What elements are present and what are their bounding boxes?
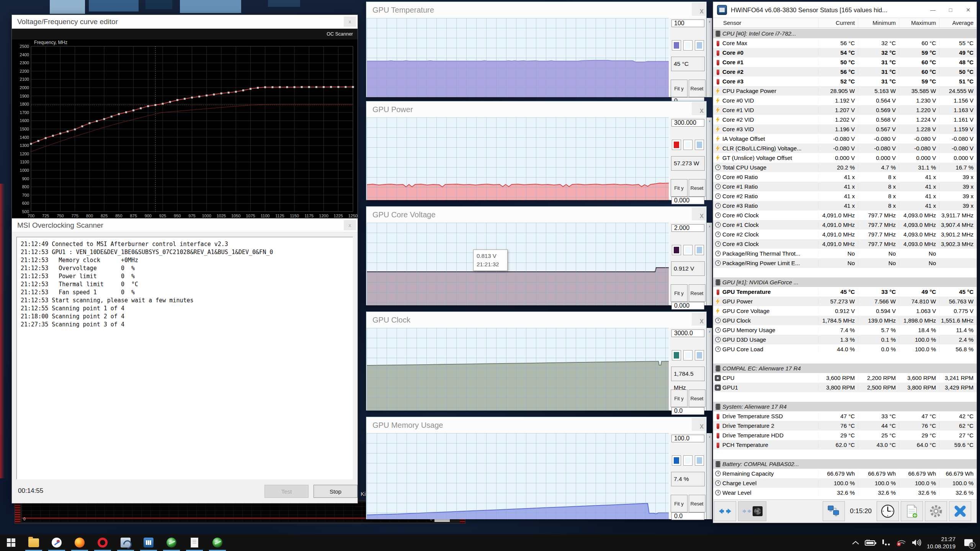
close-icon[interactable]: x: [692, 418, 706, 431]
fit-y-button[interactable]: Fit y: [671, 390, 688, 407]
panel-min-input[interactable]: [671, 302, 704, 310]
column-header-sensor[interactable]: Sensor: [713, 18, 818, 28]
sensor-row[interactable]: GPU Power57.273 W7.566 W74.810 W56.763 W: [713, 297, 977, 306]
close-icon[interactable]: x: [692, 207, 706, 220]
reset-button[interactable]: Reset: [689, 80, 706, 97]
sensor-row[interactable]: GPU Clock1,784.5 MHz139.0 MHz1,898.0 MHz…: [713, 316, 977, 325]
wifi-disabled-icon[interactable]: [896, 539, 906, 546]
series-color-swatch[interactable]: [672, 40, 681, 51]
sensor-row[interactable]: Charge Level100.0 %100.0 %100.0 %100.0 %: [713, 478, 977, 488]
sensor-row[interactable]: GPU Core Voltage0.912 V0.594 V1.063 V0.7…: [713, 306, 977, 316]
background-color-swatch[interactable]: [683, 40, 693, 51]
battery-icon[interactable]: [865, 539, 876, 546]
reset-button[interactable]: Reset: [689, 179, 706, 197]
panel-collapse-strip[interactable]: ›: [707, 433, 712, 519]
series-color-swatch[interactable]: [672, 245, 681, 255]
sensor-row[interactable]: Core #256 °C31 °C60 °C50 °C: [713, 67, 977, 77]
taskbar-app-opera[interactable]: [91, 534, 114, 551]
report-log-button[interactable]: [901, 501, 923, 521]
sensor-row[interactable]: Drive Temperature SSD47 °C33 °C47 °C42 °…: [713, 411, 977, 421]
fit-y-button[interactable]: Fit y: [671, 495, 688, 512]
sensor-row[interactable]: GPU D3D Usage1.3 %0.1 %100.0 %2.4 %: [713, 335, 977, 344]
start-button[interactable]: [0, 534, 22, 551]
settings-gear-icon[interactable]: [925, 501, 947, 521]
grid-color-swatch[interactable]: [695, 140, 704, 150]
fit-y-button[interactable]: Fit y: [671, 179, 688, 197]
column-header-average[interactable]: Average: [939, 18, 977, 28]
sensor-row[interactable]: Package/Ring Power Limit E...NoNoNo: [713, 258, 977, 268]
close-icon[interactable]: ✕: [960, 2, 977, 18]
sensor-row[interactable]: IA Voltage Offset-0.080 V-0.080 V-0.080 …: [713, 134, 977, 143]
sensor-row[interactable]: Core #1 Ratio41 x8 x41 x39 x: [713, 182, 977, 191]
sensor-row[interactable]: Core #3 Clock4,091.0 MHz797.7 MHz4,093.0…: [713, 239, 977, 249]
grid-color-swatch[interactable]: [695, 245, 704, 255]
taskbar-app-file-explorer[interactable]: [22, 534, 45, 551]
sensor-row[interactable]: Total CPU Usage20.2 %4.7 %31.1 %16.7 %: [713, 163, 977, 172]
close-icon[interactable]: x: [344, 220, 356, 230]
collapse-columns-fan-button[interactable]: [738, 501, 766, 521]
panel-collapse-strip[interactable]: ›: [707, 117, 712, 200]
sensor-row[interactable]: CLR (CBo/LLC/Ring) Voltage...-0.080 V-0.…: [713, 143, 977, 153]
column-header-current[interactable]: Current: [818, 18, 858, 28]
reset-button[interactable]: Reset: [689, 390, 706, 407]
panel-min-input[interactable]: [671, 407, 704, 415]
panel-max-input[interactable]: [671, 224, 704, 232]
sensor-row[interactable]: Core #2 VID1.202 V0.568 V1.224 V1.161 V: [713, 115, 977, 124]
taskbar-app-notepad[interactable]: [183, 534, 206, 551]
reset-button[interactable]: Reset: [689, 495, 706, 512]
panel-collapse-strip[interactable]: ›: [707, 328, 712, 411]
vf-curve-chart[interactable]: 7007257507758008258508759009259509751000…: [12, 39, 358, 224]
sensor-row[interactable]: Drive Temperature HDD29 °C25 °C29 °C27 °…: [713, 430, 977, 440]
sensor-row[interactable]: Core #054 °C32 °C59 °C49 °C: [713, 48, 977, 57]
background-color-swatch[interactable]: [683, 140, 693, 150]
sensor-row[interactable]: Remaining Capacity66.679 Wh66.679 Wh66.6…: [713, 469, 977, 478]
background-color-swatch[interactable]: [683, 455, 693, 466]
sensor-row[interactable]: Core #1 VID1.207 V0.569 V1.220 V1.163 V: [713, 105, 977, 115]
sensor-group-header[interactable]: CPU [#0]: Intel Core i7-782...: [713, 29, 977, 38]
sensor-row[interactable]: Core #1 Clock4,091.0 MHz797.7 MHz4,093.0…: [713, 220, 977, 230]
panel-max-input[interactable]: [671, 119, 704, 127]
fit-y-button[interactable]: Fit y: [671, 80, 688, 97]
expand-columns-button[interactable]: [714, 501, 736, 521]
taskbar-app-green-app-2[interactable]: [206, 534, 229, 551]
taskbar-app-hwinfo[interactable]: [137, 534, 160, 551]
ethernet-alert-icon[interactable]: [882, 539, 891, 546]
sensor-group-header[interactable]: GPU [#1]: NVIDIA GeForce ...: [713, 277, 977, 287]
scanner-log[interactable]: 21:12:49 Connected to MSI Afterburner co…: [16, 237, 353, 479]
panel-collapse-strip[interactable]: ›: [707, 18, 712, 97]
series-color-swatch[interactable]: [672, 350, 681, 360]
sensor-row[interactable]: Package/Ring Thermal Throt...NoNoNo: [713, 249, 977, 258]
close-icon[interactable]: x: [692, 3, 706, 16]
fit-y-button[interactable]: Fit y: [671, 284, 688, 302]
minimize-icon[interactable]: —: [924, 2, 941, 18]
sensor-row[interactable]: Core #3 Ratio41 x8 x41 x39 x: [713, 201, 977, 210]
column-header-minimum[interactable]: Minimum: [858, 18, 899, 28]
sensor-row[interactable]: Core #0 Clock4,091.0 MHz797.7 MHz4,093.0…: [713, 210, 977, 220]
grid-color-swatch[interactable]: [695, 455, 704, 466]
sensor-row[interactable]: Core #352 °C31 °C59 °C51 °C: [713, 77, 977, 86]
remote-monitoring-button[interactable]: [823, 501, 845, 521]
stop-button[interactable]: Stop: [314, 485, 358, 498]
tray-chevron-up-icon[interactable]: [852, 540, 859, 545]
close-icon[interactable]: x: [692, 102, 706, 115]
sensor-group-header[interactable]: COMPAL EC: Alienware 17 R4: [713, 364, 977, 373]
grid-color-swatch[interactable]: [695, 40, 704, 51]
close-sensors-button[interactable]: [949, 501, 971, 521]
panel-min-input[interactable]: [671, 512, 704, 520]
close-icon[interactable]: x: [692, 313, 706, 326]
sensor-row[interactable]: PCH Temperature62.0 °C43.0 °C64.0 °C59.6…: [713, 440, 977, 450]
grid-color-swatch[interactable]: [695, 350, 704, 360]
panel-min-input[interactable]: [671, 197, 704, 204]
background-color-swatch[interactable]: [683, 350, 693, 360]
sensor-row[interactable]: Core #150 °C31 °C60 °C48 °C: [713, 57, 977, 67]
test-button[interactable]: Test: [265, 485, 309, 498]
sensor-row[interactable]: GPU Memory Usage7.4 %5.7 %18.4 %11.4 %: [713, 325, 977, 335]
sensor-row[interactable]: CPU Package Power28.905 W5.163 W35.585 W…: [713, 86, 977, 96]
speaker-icon[interactable]: [911, 539, 921, 546]
taskbar-app-msi-afterburner[interactable]: [114, 534, 137, 551]
panel-max-input[interactable]: [671, 20, 704, 27]
background-color-swatch[interactable]: [683, 245, 693, 255]
taskbar-app-snipping-tool[interactable]: [45, 534, 68, 551]
sensor-row[interactable]: GPU13,800 RPM2,500 RPM3,800 RPM3,429 RPM: [713, 383, 977, 392]
sensor-row[interactable]: Wear Level32.6 %32.6 %32.6 %32.6 %: [713, 488, 977, 497]
